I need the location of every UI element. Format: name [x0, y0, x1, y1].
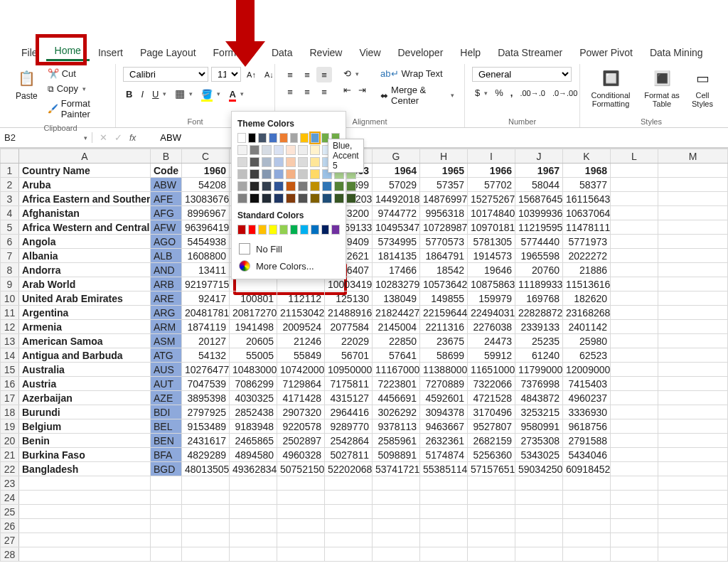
tab-formulas[interactable]: Formulas: [205, 44, 263, 61]
color-swatch[interactable]: [290, 133, 299, 143]
row-header[interactable]: 12: [1, 320, 19, 334]
cell[interactable]: 55849: [277, 348, 325, 363]
cell[interactable]: [325, 491, 373, 505]
row-header[interactable]: 15: [1, 363, 19, 377]
cell[interactable]: [468, 491, 515, 505]
cell[interactable]: 104953470: [373, 220, 420, 235]
cell[interactable]: 10637064: [563, 206, 611, 220]
align-bottom-button[interactable]: ≡: [316, 67, 332, 82]
cell[interactable]: 21153042: [277, 306, 325, 320]
color-swatch[interactable]: [237, 157, 247, 167]
color-swatch[interactable]: [262, 193, 272, 203]
column-header[interactable]: M: [658, 149, 728, 164]
orientation-button[interactable]: ⟲▾: [341, 67, 362, 80]
cell[interactable]: 5771973: [563, 235, 611, 249]
cell[interactable]: [373, 519, 420, 533]
cell[interactable]: 152752671: [468, 192, 515, 206]
cell[interactable]: 3895398: [182, 391, 230, 405]
cell[interactable]: [151, 547, 182, 562]
color-swatch[interactable]: [298, 145, 308, 155]
cell[interactable]: [611, 462, 658, 476]
cell[interactable]: 3026292: [373, 405, 420, 419]
color-swatch[interactable]: [331, 225, 340, 235]
cell[interactable]: 3253215: [515, 405, 563, 419]
cell[interactable]: 24473: [468, 334, 515, 348]
cell[interactable]: [515, 533, 563, 547]
cell[interactable]: 107289875: [420, 220, 468, 235]
cell[interactable]: 25235: [515, 334, 563, 348]
cell[interactable]: 9220578: [277, 419, 325, 434]
cell[interactable]: ALB: [151, 249, 182, 263]
color-swatch[interactable]: [310, 181, 320, 191]
cell[interactable]: [611, 206, 658, 220]
cell[interactable]: 1964: [373, 164, 420, 178]
tab-data-mining[interactable]: Data Mining: [641, 44, 712, 61]
cell[interactable]: [563, 547, 611, 562]
cell[interactable]: 2211316: [420, 320, 468, 334]
color-swatch[interactable]: [237, 133, 246, 143]
cell[interactable]: 1814135: [373, 249, 420, 263]
no-fill-item[interactable]: No Fill: [237, 240, 340, 257]
cell[interactable]: [658, 391, 728, 405]
cell[interactable]: [468, 547, 515, 562]
color-swatch[interactable]: [274, 169, 284, 179]
cell[interactable]: 144920186: [373, 192, 420, 206]
cell[interactable]: 2797925: [182, 405, 230, 419]
cell[interactable]: 1960: [182, 164, 230, 178]
cell[interactable]: 52202068: [325, 462, 373, 476]
cell[interactable]: [658, 334, 728, 348]
cell[interactable]: 20760: [515, 263, 563, 277]
decrease-indent-button[interactable]: ⇤: [341, 83, 354, 97]
select-all-corner[interactable]: [1, 149, 19, 164]
cell[interactable]: Aruba: [19, 178, 151, 192]
cell[interactable]: 10174840: [468, 206, 515, 220]
cell[interactable]: 114781116: [563, 220, 611, 235]
column-header[interactable]: H: [420, 149, 468, 164]
cell[interactable]: 9527807: [468, 419, 515, 434]
color-swatch[interactable]: [262, 145, 272, 155]
cell[interactable]: [325, 519, 373, 533]
cell[interactable]: 57702: [468, 178, 515, 192]
format-as-table-button[interactable]: 🔳 Format as Table: [638, 67, 685, 109]
cell[interactable]: AFG: [151, 206, 182, 220]
cell[interactable]: Burkina Faso: [19, 448, 151, 462]
italic-button[interactable]: I: [138, 87, 146, 101]
cell[interactable]: AGO: [151, 235, 182, 249]
cancel-edit-icon[interactable]: ✕: [100, 132, 107, 143]
cell[interactable]: [611, 192, 658, 206]
cell[interactable]: [420, 476, 468, 491]
cell[interactable]: 4843872: [515, 391, 563, 405]
cell[interactable]: 4721528: [468, 391, 515, 405]
cell[interactable]: ABW: [151, 178, 182, 192]
row-header[interactable]: 16: [1, 377, 19, 391]
color-swatch[interactable]: [346, 181, 356, 191]
cell[interactable]: [611, 263, 658, 277]
cell[interactable]: 2502897: [277, 434, 325, 448]
cell[interactable]: Austria: [19, 377, 151, 391]
color-swatch[interactable]: [311, 225, 319, 235]
cell[interactable]: 7376998: [515, 377, 563, 391]
increase-font-button[interactable]: A↑: [244, 67, 259, 82]
cell[interactable]: 19646: [468, 263, 515, 277]
cell[interactable]: Angola: [19, 235, 151, 249]
color-swatch[interactable]: [250, 157, 259, 167]
cell[interactable]: [611, 277, 658, 291]
cell[interactable]: Benin: [19, 434, 151, 448]
row-header[interactable]: 25: [1, 505, 19, 519]
decrease-decimal-button[interactable]: .0→.00: [550, 86, 580, 100]
wrap-text-button[interactable]: ab↵Wrap Text: [378, 67, 457, 80]
cell[interactable]: [420, 491, 468, 505]
cell[interactable]: 7322066: [468, 377, 515, 391]
cell[interactable]: 8996967: [182, 206, 230, 220]
cell[interactable]: 5770573: [420, 235, 468, 249]
paste-button[interactable]: 📋 Paste: [13, 67, 41, 102]
cell[interactable]: 2632361: [420, 434, 468, 448]
cell[interactable]: [277, 505, 325, 519]
cell[interactable]: 112195950: [515, 220, 563, 235]
cell[interactable]: 57029: [373, 178, 420, 192]
cell[interactable]: 22159644: [420, 306, 468, 320]
accounting-format-button[interactable]: $▾: [472, 86, 491, 100]
cell[interactable]: [420, 547, 468, 562]
cell[interactable]: 54208: [182, 178, 230, 192]
cell[interactable]: [658, 320, 728, 334]
